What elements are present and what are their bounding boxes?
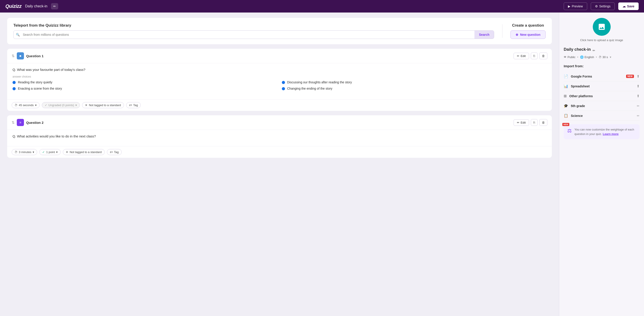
upload-icon-other: ⬆ — [636, 94, 640, 98]
close-icon-std-1: ✕ — [85, 103, 88, 107]
delete-button-2[interactable]: 🗑 — [539, 119, 547, 126]
subject-label: Science — [571, 114, 634, 118]
sidebar: Click here to upload a quiz image Daily … — [559, 12, 644, 316]
upload-icon-spreadsheet: ⬆ — [636, 84, 640, 88]
copy-icon-1: ⎘ — [533, 54, 535, 58]
choice-dot-1d — [282, 87, 285, 90]
sort-icon-1[interactable]: ⇅ — [12, 54, 14, 58]
time-pill-1[interactable]: ⏱ 45 seconds ▾ — [12, 102, 40, 108]
image-icon — [598, 23, 606, 31]
settings-button[interactable]: ⚙ Settings — [591, 2, 615, 10]
subject-row[interactable]: 📋 Science ✏ — [564, 111, 640, 121]
grade-label: 5th grade — [571, 104, 634, 108]
upload-hint-text: Click here to upload a quiz image — [564, 38, 640, 42]
other-platforms-label: Other platforms — [569, 94, 634, 98]
title-edit-button[interactable]: ✏ — [51, 3, 58, 9]
chevron-down-icon-pts-2: ▾ — [56, 150, 58, 154]
edit-button-2[interactable]: ✏ Edit — [514, 119, 529, 126]
customize-text: You can now customize the weightage of e… — [574, 127, 636, 136]
quiz-image-upload[interactable] — [593, 18, 611, 36]
close-icon-std-2: ✕ — [66, 150, 68, 154]
spreadsheet-icon: 📊 — [564, 84, 568, 88]
grade-edit-icon: ✏ — [637, 104, 640, 108]
spreadsheet-label: Spreadsheet — [571, 84, 634, 88]
question-2-text: Q. What activities would you like to do … — [12, 134, 546, 138]
grade-row[interactable]: 🎓 5th grade ✏ — [564, 101, 640, 111]
quiz-title-sidebar-row: Daily check-in ✏ — [564, 47, 640, 54]
standard-pill-1[interactable]: ✕ Not tagged to a standard — [82, 102, 124, 108]
teleport-section: Teleport from the Quizizz library 🔍 Sear… — [7, 18, 552, 44]
tag-pill-2[interactable]: 🏷 Tag — [107, 149, 122, 155]
import-spreadsheet[interactable]: 📊 Spreadsheet ⬆ — [564, 81, 640, 91]
question-2-body: Q. What activities would you like to do … — [7, 130, 552, 146]
quiz-title-sidebar: Daily check-in — [564, 47, 591, 52]
choice-text-1c: Enacting a scene from the story — [18, 87, 62, 90]
search-button[interactable]: Search — [474, 31, 494, 39]
quiz-title-edit-button[interactable]: ✏ — [592, 49, 595, 52]
meta-dropdown-icon[interactable]: ▾ — [610, 55, 611, 59]
quizizz-logo: Quizizz — [5, 3, 22, 9]
choice-text-1d: Changing the ending of the story — [287, 87, 332, 90]
scale-icon: ⚖ — [567, 128, 572, 134]
choice-item-1a: Reading the story quietly — [12, 80, 277, 84]
plus-icon: ⊕ — [516, 33, 518, 36]
choice-item-1d: Changing the ending of the story — [282, 87, 547, 90]
upload-icon: ☁ — [622, 4, 626, 8]
gear-icon: ⚙ — [595, 4, 598, 8]
choices-grid-1: Reading the story quietly Discussing our… — [12, 80, 546, 90]
language-meta: 🌐 English — [580, 55, 594, 59]
teleport-left: Teleport from the Quizizz library 🔍 Sear… — [14, 23, 494, 39]
import-google-forms[interactable]: 📄 Google Forms NEW ⬆ — [564, 71, 640, 81]
other-platforms-icon: ⊞ — [564, 94, 566, 98]
pencil-icon-1: ✏ — [517, 54, 520, 58]
quiz-meta: 👁 Public • 🌐 English • ⏱ 30 s ▾ — [564, 55, 640, 59]
tag-pill-1[interactable]: 🏷 Tag — [126, 102, 141, 108]
google-forms-icon: 📄 — [564, 74, 568, 78]
language-icon: 🌐 — [580, 55, 584, 59]
points-pill-2[interactable]: ✓ 1 point ▾ — [39, 149, 60, 155]
copy-button-2[interactable]: ⎘ — [531, 119, 538, 126]
preview-button[interactable]: ▶ Preview — [564, 2, 587, 10]
delete-button-1[interactable]: 🗑 — [539, 52, 547, 59]
import-section-title: Import from: — [564, 64, 640, 68]
question-1-body: Q. What was your favourite part of today… — [7, 63, 552, 99]
sort-icon-2[interactable]: ⇅ — [12, 120, 14, 125]
search-icon: 🔍 — [14, 33, 22, 36]
quiz-title-nav: Daily check-in — [25, 4, 48, 8]
visibility-meta: 👁 Public — [564, 55, 575, 59]
subject-edit-icon: ✏ — [637, 114, 640, 118]
google-forms-label: Google Forms — [571, 75, 622, 78]
standard-pill-2[interactable]: ✕ Not tagged to a standard — [63, 149, 104, 155]
question-type-icon-2: ≡ — [17, 119, 24, 126]
question-2-footer: ⏱ 3 minutes ▾ ✓ 1 point ▾ ✕ Not tagged t… — [7, 146, 552, 158]
grade-icon: 🎓 — [564, 104, 568, 108]
tag-icon-1: 🏷 — [129, 103, 132, 107]
question-type-icon-1: ■ — [17, 52, 24, 59]
question-card-2: ⇅ ≡ Question 2 ✏ Edit ⎘ 🗑 — [7, 115, 552, 158]
search-bar: 🔍 Search — [14, 30, 494, 39]
question-1-actions: ✏ Edit ⎘ 🗑 — [514, 52, 547, 59]
import-other-platforms[interactable]: ⊞ Other platforms ⬆ — [564, 91, 640, 101]
search-input[interactable] — [22, 31, 474, 39]
choice-dot-1b — [282, 81, 285, 84]
copy-button-1[interactable]: ⎘ — [531, 52, 538, 59]
edit-button-1[interactable]: ✏ Edit — [514, 53, 529, 59]
save-button[interactable]: ☁ Save — [618, 2, 639, 10]
question-2-actions: ✏ Edit ⎘ 🗑 — [514, 119, 547, 126]
chevron-down-icon-1: ▾ — [35, 103, 37, 107]
pencil-icon-2: ✏ — [517, 121, 520, 124]
question-1-footer: ⏱ 45 seconds ▾ ✓ Ungraded (0 points) ▾ ✕… — [7, 99, 552, 111]
points-icon-1: ✓ — [45, 103, 47, 107]
learn-more-link[interactable]: Learn more — [602, 132, 618, 136]
time-pill-2[interactable]: ⏱ 3 minutes ▾ — [12, 149, 37, 155]
question-card-1: ⇅ ■ Question 1 ✏ Edit ⎘ 🗑 — [7, 49, 552, 111]
time-meta: ⏱ 30 s — [598, 55, 608, 59]
points-pill-1[interactable]: ✓ Ungraded (0 points) ▾ — [42, 102, 80, 108]
question-2-header: ⇅ ≡ Question 2 ✏ Edit ⎘ 🗑 — [7, 115, 552, 130]
new-question-button[interactable]: ⊕ New question — [510, 30, 546, 39]
customize-banner: NEW ⚖ You can now customize the weightag… — [564, 124, 640, 139]
clock-icon-2: ⏱ — [14, 150, 18, 154]
clock-icon-1: ⏱ — [14, 103, 18, 107]
choice-dot-1a — [12, 81, 16, 84]
section-divider — [502, 24, 502, 38]
